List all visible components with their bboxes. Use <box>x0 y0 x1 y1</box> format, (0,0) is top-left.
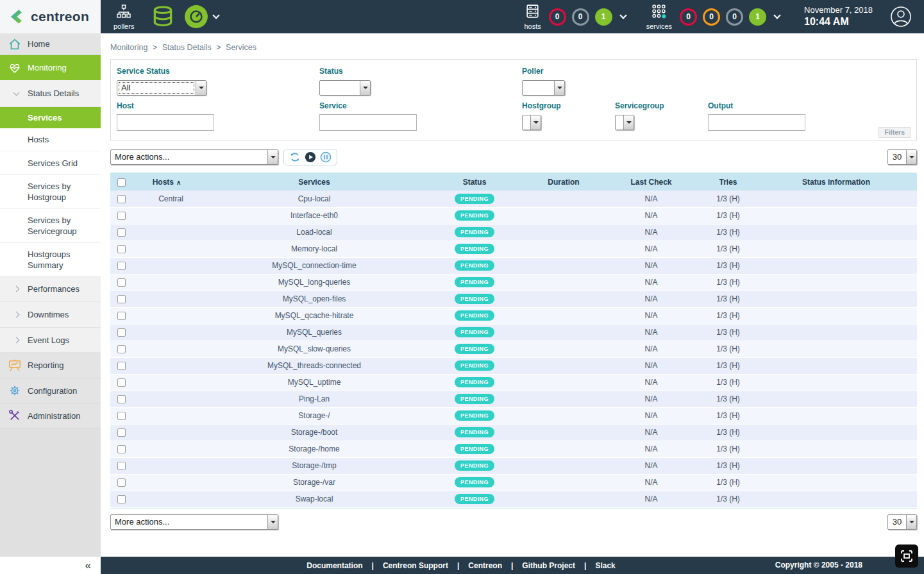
sidebar-item-hostgroups-summary[interactable]: Hostgroups Summary <box>0 243 101 276</box>
host-cell[interactable] <box>128 274 205 291</box>
host-cell[interactable] <box>128 474 205 491</box>
footer-link-github-project[interactable]: Github Project <box>522 561 575 570</box>
row-checkbox[interactable] <box>117 195 126 203</box>
table-row[interactable]: MySQL_threads-connected PENDING N/A 1/3 … <box>110 357 917 374</box>
table-row[interactable]: MySQL_open-files PENDING N/A 1/3 (H) <box>110 291 917 307</box>
services-chevron-icon[interactable] <box>773 12 780 19</box>
footer-link-slack[interactable]: Slack <box>595 561 615 570</box>
sidebar-item-reporting[interactable]: Reporting <box>0 353 101 378</box>
service-cell[interactable]: Storage-/ <box>205 407 423 424</box>
sidebar-item-status-details[interactable]: Status Details <box>0 80 101 107</box>
host-cell[interactable] <box>128 241 205 257</box>
service-cell[interactable]: Memory-local <box>205 241 423 257</box>
hosts-unreachable-counter[interactable]: 0 <box>572 8 589 26</box>
host-cell[interactable]: Central <box>128 190 205 207</box>
user-profile-icon[interactable] <box>889 5 912 28</box>
row-checkbox[interactable] <box>117 362 126 370</box>
host-cell[interactable] <box>128 491 205 507</box>
breadcrumb-monitoring[interactable]: Monitoring <box>110 43 147 52</box>
service-cell[interactable]: Swap-local <box>205 491 423 507</box>
footer-link-centreon-support[interactable]: Centreon Support <box>383 561 448 570</box>
sidebar-item-services-grid[interactable]: Services Grid <box>0 151 101 175</box>
table-row[interactable]: MySQL_queries PENDING N/A 1/3 (H) <box>110 324 917 341</box>
row-checkbox[interactable] <box>117 328 126 337</box>
service-cell[interactable]: MySQL_queries <box>205 324 423 341</box>
host-cell[interactable] <box>128 324 205 341</box>
row-checkbox[interactable] <box>117 295 126 303</box>
services-unknown-counter[interactable]: 0 <box>726 8 743 26</box>
service-cell[interactable]: MySQL_open-files <box>205 291 423 307</box>
row-checkbox[interactable] <box>117 378 126 387</box>
more-actions-select-bottom[interactable]: More actions... <box>110 514 278 530</box>
row-checkbox[interactable] <box>117 395 126 403</box>
row-checkbox[interactable] <box>117 278 126 287</box>
host-cell[interactable] <box>128 307 205 324</box>
row-checkbox[interactable] <box>117 495 126 503</box>
row-checkbox[interactable] <box>117 245 126 253</box>
poller-select[interactable] <box>522 80 565 96</box>
host-cell[interactable] <box>128 374 205 391</box>
services-menu[interactable]: services <box>646 3 672 30</box>
breadcrumb-services[interactable]: Services <box>226 43 256 52</box>
row-checkbox[interactable] <box>117 412 126 420</box>
sidebar-item-hosts[interactable]: Hosts <box>0 128 101 151</box>
hosts-up-counter[interactable]: 1 <box>595 8 612 26</box>
footer-link-documentation[interactable]: Documentation <box>307 561 362 570</box>
table-row[interactable]: MySQL_long-queries PENDING N/A 1/3 (H) <box>110 274 917 291</box>
hostgroup-select[interactable] <box>522 115 541 130</box>
sidebar-item-event-logs[interactable]: Event Logs <box>0 328 101 353</box>
hosts-down-counter[interactable]: 0 <box>549 8 566 26</box>
service-cell[interactable]: MySQL_connection-time <box>205 257 423 274</box>
host-cell[interactable] <box>128 424 205 441</box>
sidebar-item-monitoring[interactable]: Monitoring <box>0 55 101 80</box>
host-cell[interactable] <box>128 457 205 474</box>
hosts-menu[interactable]: hosts <box>524 3 541 30</box>
host-cell[interactable] <box>128 207 205 224</box>
row-checkbox[interactable] <box>117 262 126 270</box>
row-checkbox[interactable] <box>117 445 126 453</box>
fullscreen-button[interactable] <box>895 544 918 568</box>
services-warning-counter[interactable]: 0 <box>703 8 720 26</box>
filters-button[interactable]: Filters <box>878 127 911 138</box>
service-cell[interactable]: MySQL_uptime <box>205 374 423 391</box>
row-checkbox[interactable] <box>117 428 126 437</box>
sidebar-item-home[interactable]: Home <box>0 33 101 55</box>
table-row[interactable]: Load-local PENDING N/A 1/3 (H) <box>110 224 917 241</box>
service-status-select[interactable]: All <box>117 80 206 96</box>
column-header-status-information[interactable]: Status information <box>755 173 917 190</box>
column-header-last-check[interactable]: Last Check <box>601 173 701 190</box>
sidebar-item-performances[interactable]: Performances <box>0 276 101 302</box>
table-row[interactable]: Memory-local PENDING N/A 1/3 (H) <box>110 241 917 257</box>
table-row[interactable]: Interface-eth0 PENDING N/A 1/3 (H) <box>110 207 917 224</box>
table-row[interactable]: MySQL_connection-time PENDING N/A 1/3 (H… <box>110 257 917 274</box>
table-row[interactable]: Storage-/home PENDING N/A 1/3 (H) <box>110 441 917 457</box>
row-checkbox[interactable] <box>117 312 126 320</box>
column-header-services[interactable]: Services <box>205 173 423 190</box>
sidebar-item-downtimes[interactable]: Downtimes <box>0 302 101 328</box>
more-actions-select-top[interactable]: More actions... <box>110 149 278 165</box>
refresh-button[interactable] <box>289 151 301 163</box>
pause-button[interactable] <box>320 151 332 163</box>
sidebar-item-services-by-hostgroup[interactable]: Services by Hostgroup <box>0 175 101 209</box>
service-cell[interactable]: MySQL_threads-connected <box>205 357 423 374</box>
host-input[interactable] <box>117 114 214 131</box>
output-input[interactable] <box>708 114 805 131</box>
table-row[interactable]: Central Cpu-local PENDING N/A 1/3 (H) <box>110 190 917 207</box>
service-cell[interactable]: Load-local <box>205 224 423 241</box>
gauge-status-icon[interactable] <box>184 4 208 29</box>
row-checkbox[interactable] <box>117 228 126 237</box>
page-size-select-top[interactable]: 30 <box>887 149 917 165</box>
database-status-icon[interactable] <box>151 4 175 29</box>
service-cell[interactable]: MySQL_qcache-hitrate <box>205 307 423 324</box>
pollers-menu[interactable]: pollers <box>113 4 134 30</box>
host-cell[interactable] <box>128 391 205 407</box>
host-cell[interactable] <box>128 224 205 241</box>
table-row[interactable]: MySQL_qcache-hitrate PENDING N/A 1/3 (H) <box>110 307 917 324</box>
sidebar-item-administration[interactable]: Administration <box>0 403 101 428</box>
row-checkbox[interactable] <box>117 462 126 470</box>
services-critical-counter[interactable]: 0 <box>680 8 697 26</box>
table-row[interactable]: MySQL_uptime PENDING N/A 1/3 (H) <box>110 374 917 391</box>
service-cell[interactable]: Storage-/tmp <box>205 457 423 474</box>
table-row[interactable]: Swap-local PENDING N/A 1/3 (H) <box>110 491 917 507</box>
sidebar-item-services-by-servicegroup[interactable]: Services by Servicegroup <box>0 209 101 243</box>
